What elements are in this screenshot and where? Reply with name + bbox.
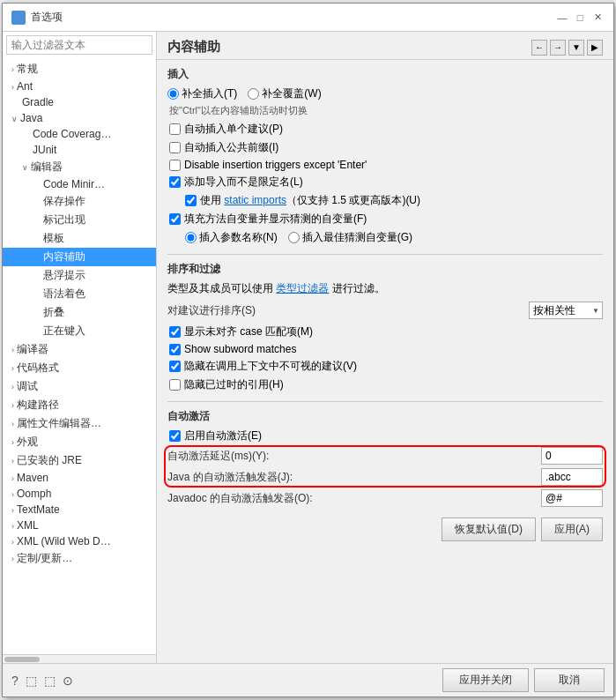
cb-fill-method[interactable] bbox=[169, 213, 181, 225]
nav-forward-button[interactable]: → bbox=[550, 40, 566, 56]
cb-auto-single-row: 自动插入单个建议(P) bbox=[167, 122, 603, 137]
expand-arrow: › bbox=[11, 383, 14, 391]
auto-activate-section: 自动激活 启用自动激活(E) 自动激活延迟(ms)(Y): J bbox=[167, 409, 603, 507]
radio-complete-insert-label[interactable]: 补全插入(T) bbox=[167, 86, 237, 101]
tree-item-template[interactable]: 模板 bbox=[3, 229, 156, 248]
restore-defaults-button[interactable]: 恢复默认值(D) bbox=[442, 518, 536, 541]
filter-input[interactable] bbox=[6, 35, 152, 55]
tree-item-oomph[interactable]: ›Oomph bbox=[3, 486, 156, 502]
cb-hide-expired-label: 隐藏已过时的引用(H) bbox=[184, 377, 284, 392]
delay-input[interactable] bbox=[541, 447, 603, 465]
expand-arrow: › bbox=[11, 474, 14, 483]
radio-insert-best-label[interactable]: 插入最佳猜测自变量(G) bbox=[288, 230, 412, 245]
tree-item-hover-tips[interactable]: 悬浮提示 bbox=[3, 266, 156, 285]
tree-item-xml[interactable]: ›XML bbox=[3, 518, 156, 533]
tree-item-appearance[interactable]: ›外观 bbox=[3, 433, 156, 451]
apply-close-button[interactable]: 应用并关闭 bbox=[442, 668, 529, 692]
cb-enable-auto-label: 启用自动激活(E) bbox=[184, 428, 262, 443]
tree-item-content-assist[interactable]: 内容辅助 bbox=[3, 248, 156, 266]
tree-item-java[interactable]: ∨Java bbox=[3, 110, 156, 126]
java-trigger-input[interactable] bbox=[541, 468, 603, 486]
javadoc-trigger-input[interactable] bbox=[541, 489, 603, 507]
sort-select[interactable]: 按相关性 按字母顺序 按默认 bbox=[529, 302, 603, 319]
cb-hide-invisible[interactable] bbox=[169, 361, 181, 372]
forward-icon[interactable]: ⬚ bbox=[44, 674, 56, 688]
nav-dropdown-button[interactable]: ▼ bbox=[568, 40, 584, 56]
cb-auto-common[interactable] bbox=[169, 142, 181, 153]
type-filter-link[interactable]: 类型过滤器 bbox=[276, 282, 329, 294]
expand-arrow: › bbox=[11, 490, 14, 499]
javadoc-trigger-row: Javadoc 的自动激活触发器(O): bbox=[167, 489, 603, 507]
cb-show-subword[interactable] bbox=[169, 344, 181, 355]
cb-hide-expired[interactable] bbox=[169, 379, 181, 391]
tree-item-syntax-color[interactable]: 语法着色 bbox=[3, 285, 156, 303]
circle-icon[interactable]: ⊙ bbox=[63, 674, 73, 688]
tree-item-ant[interactable]: ›Ant bbox=[3, 78, 156, 94]
nav-back-button[interactable]: ← bbox=[531, 40, 547, 56]
tree-item-code-style[interactable]: ›代码格式 bbox=[3, 359, 156, 377]
radio-insert-best-text: 插入最佳猜测自变量(G) bbox=[302, 230, 412, 245]
radio-insert-params-label[interactable]: 插入参数名称(N) bbox=[185, 230, 278, 245]
params-radio-group: 插入参数名称(N) 插入最佳猜测自变量(G) bbox=[167, 230, 603, 245]
cb-show-case-row: 显示未对齐 case 匹配项(M) bbox=[167, 324, 603, 339]
cb-disable-triggers[interactable] bbox=[169, 160, 181, 171]
sort-filter-title: 排序和过滤 bbox=[167, 262, 603, 277]
cb-add-import[interactable] bbox=[169, 176, 181, 188]
maximize-button[interactable]: □ bbox=[573, 11, 587, 25]
tree-item-code-mining[interactable]: Code Minir… bbox=[3, 176, 156, 192]
expand-arrow: › bbox=[11, 65, 14, 74]
tree-item-xml-web[interactable]: ›XML (Wild Web D… bbox=[3, 533, 156, 549]
apply-button[interactable]: 应用(A) bbox=[541, 518, 603, 541]
cb-auto-single[interactable] bbox=[169, 123, 181, 135]
tree-item-debug[interactable]: ›调试 bbox=[3, 377, 156, 396]
help-icon[interactable]: ? bbox=[11, 674, 19, 688]
tree-item-build-path[interactable]: ›构建路径 bbox=[3, 396, 156, 414]
tree-item-editor[interactable]: ∨编辑器 bbox=[3, 158, 156, 176]
cb-add-import-row: 添加导入而不是限定名(L) bbox=[167, 175, 603, 190]
tree-item-properties-editor[interactable]: ›属性文件编辑器… bbox=[3, 414, 156, 433]
dialog-footer: ? ⬚ ⬚ ⊙ 应用并关闭 取消 bbox=[3, 663, 613, 696]
tree-item-typing[interactable]: 正在键入 bbox=[3, 322, 156, 340]
back-icon[interactable]: ⬚ bbox=[26, 674, 37, 688]
cb-add-import-label: 添加导入而不是限定名(L) bbox=[184, 175, 303, 190]
insert-radio-group: 补全插入(T) 补全覆盖(W) bbox=[167, 86, 603, 101]
radio-insert-params-text: 插入参数名称(N) bbox=[199, 230, 278, 245]
cb-enable-auto[interactable] bbox=[169, 430, 181, 442]
cb-fill-method-label: 填充方法自变量并显示猜测的自变量(F) bbox=[184, 212, 367, 227]
tree-item-mark-appear[interactable]: 标记出现 bbox=[3, 211, 156, 229]
tree-item-textmate[interactable]: ›TextMate bbox=[3, 502, 156, 518]
delay-row: 自动激活延迟(ms)(Y): bbox=[167, 447, 603, 465]
minimize-button[interactable]: — bbox=[555, 11, 569, 25]
radio-overwrite[interactable] bbox=[248, 88, 259, 100]
cb-show-case[interactable] bbox=[169, 326, 181, 338]
tree-item-gradle[interactable]: Gradle bbox=[3, 94, 156, 110]
expand-arrow: › bbox=[11, 506, 14, 515]
tree-item-maven[interactable]: ›Maven bbox=[3, 470, 156, 486]
preferences-dialog: 首选项 — □ ✕ ›常规 ›Ant Gradle ∨Java bbox=[2, 3, 614, 697]
expand-arrow: › bbox=[11, 401, 14, 410]
radio-insert-params[interactable] bbox=[185, 232, 197, 243]
tree-item-fold[interactable]: 折叠 bbox=[3, 303, 156, 322]
cb-hide-expired-row: 隐藏已过时的引用(H) bbox=[167, 377, 603, 392]
title-bar: 首选项 — □ ✕ bbox=[3, 4, 613, 32]
cancel-button[interactable]: 取消 bbox=[534, 668, 605, 692]
cb-disable-triggers-row: Disable insertion triggers except 'Enter… bbox=[167, 159, 603, 171]
horizontal-scrollbar[interactable] bbox=[3, 654, 156, 663]
sort-filter-section: 排序和过滤 类型及其成员可以使用 类型过滤器 进行过滤。 对建议进行排序(S) … bbox=[167, 262, 603, 392]
tree-item-save-action[interactable]: 保存操作 bbox=[3, 192, 156, 211]
tree-item-changgui[interactable]: ›常规 bbox=[3, 60, 156, 78]
radio-insert-best[interactable] bbox=[288, 232, 300, 243]
tree-item-installed-jre[interactable]: ›已安装的 JRE bbox=[3, 451, 156, 470]
tree-item-code-coverage[interactable]: Code Coverag… bbox=[3, 126, 156, 142]
nav-expand-button[interactable]: ▶ bbox=[587, 40, 603, 56]
radio-overwrite-label[interactable]: 补全覆盖(W) bbox=[248, 86, 321, 101]
static-imports-link[interactable]: static imports bbox=[224, 194, 286, 206]
tree-item-compiler[interactable]: ›编译器 bbox=[3, 340, 156, 359]
expand-arrow: › bbox=[11, 457, 14, 465]
close-button[interactable]: ✕ bbox=[590, 11, 605, 25]
radio-complete-insert[interactable] bbox=[167, 88, 179, 100]
cb-static-imports[interactable] bbox=[185, 195, 197, 206]
tree-item-junit[interactable]: JUnit bbox=[3, 142, 156, 158]
tree-item-custom-update[interactable]: ›定制/更新… bbox=[3, 549, 156, 568]
expand-arrow: › bbox=[11, 364, 14, 373]
